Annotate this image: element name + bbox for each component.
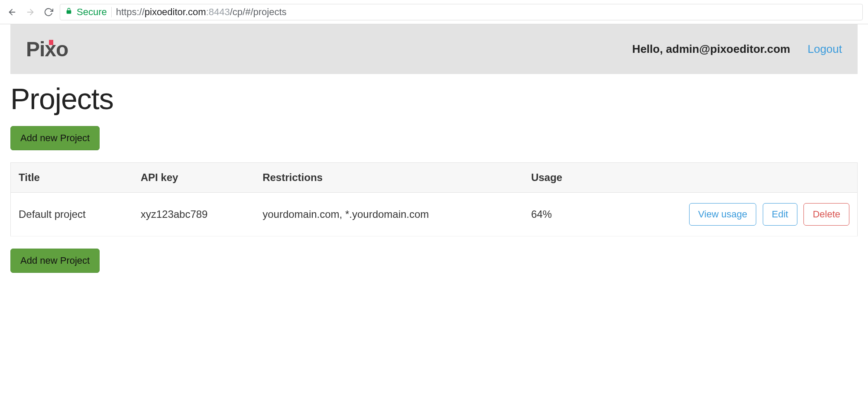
column-header-title: Title (11, 163, 133, 193)
delete-button[interactable]: Delete (803, 203, 849, 226)
add-project-button-bottom[interactable]: Add new Project (10, 249, 100, 273)
secure-label: Secure (77, 6, 107, 18)
address-bar-separator (111, 7, 112, 17)
add-project-button[interactable]: Add new Project (10, 126, 100, 150)
url-path: /cp/#/projects (230, 6, 287, 17)
address-bar[interactable]: Secure https://pixoeditor.com:8443/cp/#/… (60, 4, 863, 20)
url-host: pixoeditor.com (145, 6, 206, 17)
cell-actions: View usage Edit Delete (593, 193, 858, 236)
cell-title: Default project (11, 193, 133, 236)
cell-restrictions: yourdomain.com, *.yourdomain.com (255, 193, 523, 236)
page-title: Projects (10, 82, 858, 116)
url-port: :8443 (206, 6, 230, 17)
browser-bar: Secure https://pixoeditor.com:8443/cp/#/… (0, 0, 868, 24)
column-header-api-key: API key (133, 163, 255, 193)
projects-table: Title API key Restrictions Usage Default… (10, 162, 858, 236)
cell-api-key: xyz123abc789 (133, 193, 255, 236)
browser-back-button[interactable] (5, 5, 19, 19)
logo-accent-icon (49, 40, 53, 45)
column-header-restrictions: Restrictions (255, 163, 523, 193)
lock-icon (65, 7, 72, 16)
url-scheme: https (116, 6, 137, 17)
view-usage-button[interactable]: View usage (689, 203, 756, 226)
column-header-actions (593, 163, 858, 193)
url-text: https://pixoeditor.com:8443/cp/#/project… (116, 6, 287, 18)
edit-button[interactable]: Edit (763, 203, 797, 226)
logout-link[interactable]: Logout (807, 42, 842, 56)
browser-reload-button[interactable] (42, 5, 55, 19)
logo[interactable]: Pixo (26, 37, 68, 61)
column-header-usage: Usage (523, 163, 592, 193)
greeting-text: Hello, admin@pixoeditor.com (632, 42, 790, 56)
table-row: Default project xyz123abc789 yourdomain.… (11, 193, 858, 236)
logo-text: Pixo (26, 38, 68, 61)
cell-usage: 64% (523, 193, 592, 236)
browser-forward-button[interactable] (23, 5, 37, 19)
app-header: Pixo Hello, admin@pixoeditor.com Logout (10, 24, 858, 74)
